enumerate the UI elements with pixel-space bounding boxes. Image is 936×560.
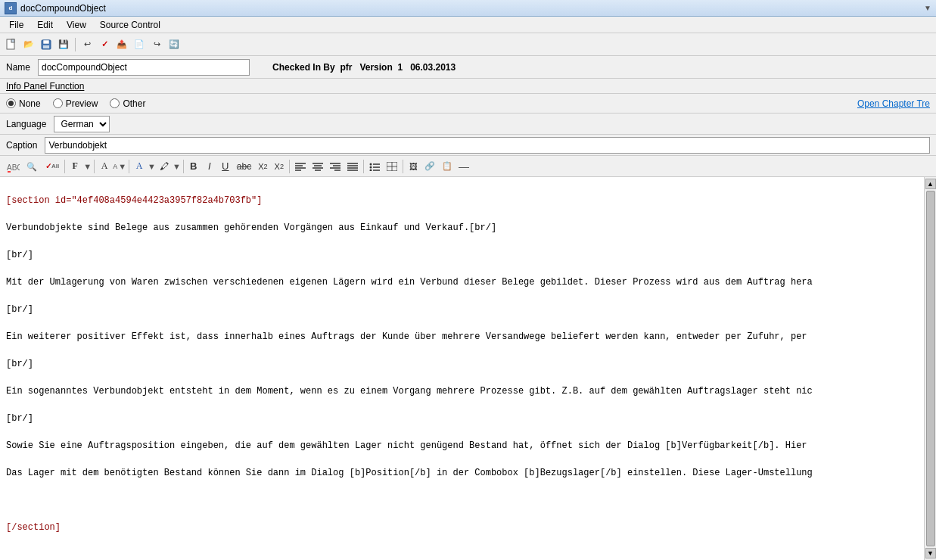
line-5: Sowie Sie eine Auftragsposition eingeben…: [6, 440, 807, 451]
line-br4: [br/]: [6, 413, 33, 424]
title-bar-left: d docCompoundObject: [5, 2, 106, 14]
language-label: Language: [6, 119, 46, 129]
italic-btn[interactable]: I: [202, 158, 217, 175]
line-empty1: [6, 495, 11, 506]
link-btn[interactable]: 🔗: [421, 158, 438, 175]
format-toolbar: ABC 🔍 ✓All F ▼ A A ▼ A ▼ 🖍 ▼ B I U abc X…: [0, 156, 936, 177]
menu-view[interactable]: View: [61, 18, 92, 32]
save-button[interactable]: [38, 36, 54, 53]
superscript-btn[interactable]: X2: [272, 158, 287, 175]
line-2: Mit der Umlagerung von Waren zwischen ve…: [6, 277, 813, 288]
check-button[interactable]: ✓: [96, 36, 113, 53]
language-select[interactable]: German English: [54, 116, 110, 132]
strikethrough-btn[interactable]: abc: [234, 158, 254, 175]
align-center-btn[interactable]: [309, 158, 326, 175]
panel-function-label: Info Panel Function: [6, 81, 84, 92]
caption-input[interactable]: [45, 137, 930, 154]
line-br1: [br/]: [6, 250, 33, 260]
dash-sep: —: [456, 160, 471, 173]
svg-text:🔍: 🔍: [26, 161, 37, 172]
radio-row: None Preview Other: [6, 98, 145, 109]
section-open-1: [section id="4ef408a4594e4423a3957f82a4b…: [6, 195, 262, 206]
table-btn[interactable]: [384, 158, 400, 175]
color-btn[interactable]: A: [132, 158, 147, 175]
export-button[interactable]: 📤: [114, 36, 130, 53]
scroll-down-btn[interactable]: ▼: [925, 548, 936, 558]
svg-rect-4: [43, 45, 49, 48]
fmt-sep4: [183, 160, 184, 173]
name-input[interactable]: [38, 59, 250, 76]
svg-text:ABC: ABC: [7, 163, 20, 172]
app-icon: d: [5, 2, 17, 14]
radio-none-label: None: [19, 98, 41, 109]
title-dropdown-arrow[interactable]: ▼: [924, 4, 931, 12]
radio-preview-circle: [53, 98, 63, 108]
underline-btn[interactable]: U: [218, 158, 233, 175]
undo-button[interactable]: ↩: [79, 36, 95, 53]
radio-other[interactable]: Other: [110, 98, 145, 109]
font-btn[interactable]: F: [67, 158, 82, 175]
line-3: Ein weiterer positiver Effekt ist, dass …: [6, 331, 807, 342]
checked-in-by-info: Checked In By pfr Version 1 06.03.2013: [272, 62, 456, 73]
spell-check-btn[interactable]: ABC: [3, 158, 23, 175]
open-button[interactable]: 📂: [20, 36, 37, 53]
version-value: 1: [397, 62, 403, 73]
radio-none[interactable]: None: [6, 98, 41, 109]
name-label: Name: [6, 62, 30, 73]
subscript-btn[interactable]: X2: [255, 158, 270, 175]
fmt-sep5: [289, 160, 290, 173]
new-button[interactable]: [3, 36, 20, 53]
font-dropdown-arrow[interactable]: ▼: [83, 162, 92, 171]
date-value: 06.03.2013: [410, 62, 456, 73]
fmt-sep6: [363, 160, 364, 173]
svg-rect-3: [43, 40, 49, 44]
window-title: docCompoundObject: [20, 3, 106, 14]
caption-row: Caption: [0, 135, 936, 156]
scroll-up-btn[interactable]: ▲: [925, 179, 936, 189]
highlight-dropdown[interactable]: ▼: [173, 162, 181, 171]
save2-button[interactable]: 💾: [55, 36, 72, 53]
menu-edit[interactable]: Edit: [31, 18, 59, 32]
font-size-btn[interactable]: A: [97, 158, 112, 175]
check-all-btn[interactable]: ✓All: [42, 158, 62, 175]
image-btn[interactable]: 🖼: [406, 158, 421, 175]
open-chapter-link[interactable]: Open Chapter Tre: [857, 98, 930, 109]
svg-point-23: [370, 163, 372, 165]
scroll-thumb[interactable]: [926, 191, 935, 546]
fmt-sep7: [403, 160, 403, 173]
font-size-sub[interactable]: A: [113, 163, 117, 170]
font-size-dropdown[interactable]: ▼: [118, 162, 126, 171]
menu-file[interactable]: File: [3, 18, 30, 32]
insert-btn[interactable]: 📋: [439, 158, 456, 175]
redo-button[interactable]: ↪: [148, 36, 165, 53]
svg-rect-1: [11, 39, 14, 42]
fmt-sep2: [94, 160, 95, 173]
section-close-1: [/section]: [6, 522, 61, 533]
line-6: Das Lager mit dem benötigten Bestand kön…: [6, 468, 813, 478]
justify-btn[interactable]: [344, 158, 361, 175]
version-label: Version: [359, 62, 392, 73]
caption-label: Caption: [6, 140, 37, 151]
main-toolbar: 📂 💾 ↩ ✓ 📤 📄 ↪ 🔄: [0, 33, 936, 56]
editor-content[interactable]: [section id="4ef408a4594e4423a3957f82a4b…: [0, 177, 924, 560]
bold-btn[interactable]: B: [186, 158, 201, 175]
menu-bar: File Edit View Source Control: [0, 17, 936, 33]
highlight-btn[interactable]: 🖍: [157, 158, 172, 175]
line-br3: [br/]: [6, 359, 33, 369]
align-right-btn[interactable]: [327, 158, 344, 175]
export2-button[interactable]: 📄: [131, 36, 148, 53]
radio-other-label: Other: [123, 98, 145, 109]
main-window: d docCompoundObject ▼ File Edit View Sou…: [0, 0, 936, 560]
align-left-btn[interactable]: [292, 158, 309, 175]
refresh-button[interactable]: 🔄: [166, 36, 182, 53]
menu-source-control[interactable]: Source Control: [94, 18, 166, 32]
radio-preview[interactable]: Preview: [53, 98, 98, 109]
radio-preview-label: Preview: [66, 98, 98, 109]
radio-other-circle: [110, 98, 120, 108]
checked-in-by-label: Checked In By: [272, 62, 335, 73]
find-btn[interactable]: 🔍: [23, 158, 42, 175]
list-btn[interactable]: [366, 158, 383, 175]
color-dropdown[interactable]: ▼: [148, 162, 156, 171]
scrollbar[interactable]: ▲ ▼: [924, 177, 936, 560]
checked-in-by-value: pfr: [340, 62, 352, 73]
